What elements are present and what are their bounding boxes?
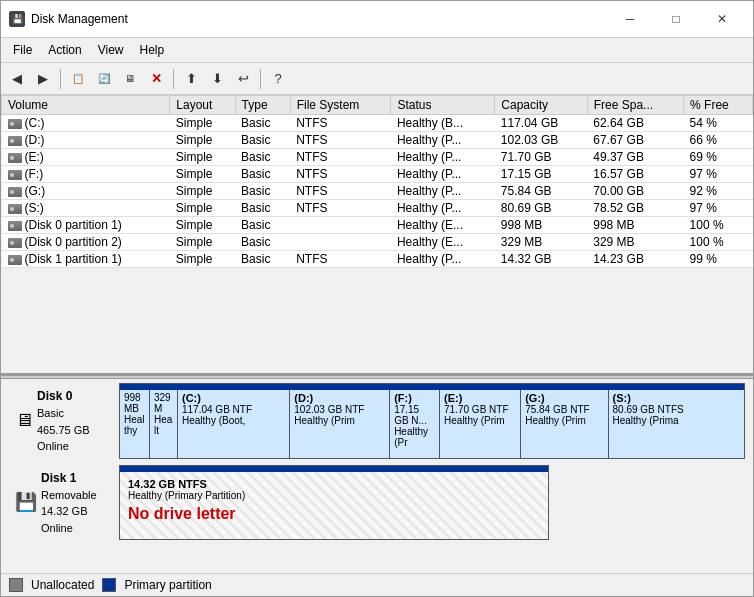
disk1-type: Removable bbox=[41, 487, 97, 504]
window-title: Disk Management bbox=[31, 12, 128, 26]
disk1-part1[interactable]: 14.32 GB NTFS Healthy (Primary Partition… bbox=[120, 472, 548, 540]
menu-file[interactable]: File bbox=[5, 40, 40, 60]
show-properties-button[interactable]: 📋 bbox=[66, 67, 90, 91]
disk0-status: Online bbox=[37, 438, 90, 455]
col-status[interactable]: Status bbox=[391, 96, 495, 115]
disk1-size-label: 14.32 GB NTFS bbox=[128, 478, 540, 490]
up-button[interactable]: ⬆ bbox=[179, 67, 203, 91]
main-content: Volume Layout Type File System Status Ca… bbox=[1, 95, 753, 596]
close-button[interactable]: ✕ bbox=[699, 7, 745, 31]
col-pctfree[interactable]: % Free bbox=[684, 96, 753, 115]
disk0-partD[interactable]: (D:) 102.03 GB NTF Healthy (Prim bbox=[290, 390, 390, 458]
disk-button[interactable]: 🖥 bbox=[118, 67, 142, 91]
table-row[interactable]: (E:) Simple Basic NTFS Healthy (P... 71.… bbox=[2, 149, 753, 166]
disk0-row: 🖥 Disk 0 Basic 465.75 GB Online bbox=[9, 383, 745, 459]
table-row[interactable]: (Disk 1 partition 1) Simple Basic NTFS H… bbox=[2, 251, 753, 268]
col-freespace[interactable]: Free Spa... bbox=[587, 96, 683, 115]
table-row[interactable]: (Disk 0 partition 2) Simple Basic Health… bbox=[2, 234, 753, 251]
legend-primary-box bbox=[102, 578, 116, 592]
help-icon-button[interactable]: ? bbox=[266, 67, 290, 91]
table-row[interactable]: (F:) Simple Basic NTFS Healthy (P... 17.… bbox=[2, 166, 753, 183]
disk0-partG[interactable]: (G:) 75.84 GB NTF Healthy (Prim bbox=[521, 390, 608, 458]
col-layout[interactable]: Layout bbox=[170, 96, 235, 115]
disk1-detail-label: Healthy (Primary Partition) bbox=[128, 490, 540, 501]
disk0-name: Disk 0 bbox=[37, 387, 90, 405]
volumes-table: Volume Layout Type File System Status Ca… bbox=[1, 95, 753, 268]
disk1-size: 14.32 GB bbox=[41, 503, 97, 520]
table-row[interactable]: (D:) Simple Basic NTFS Healthy (P... 102… bbox=[2, 132, 753, 149]
main-window: 💾 Disk Management ─ □ ✕ File Action View… bbox=[0, 0, 754, 597]
rescan-button[interactable]: 🔄 bbox=[92, 67, 116, 91]
disk0-type: Basic bbox=[37, 405, 90, 422]
col-capacity[interactable]: Capacity bbox=[495, 96, 587, 115]
disk0-partE[interactable]: (E:) 71.70 GB NTF Healthy (Prim bbox=[440, 390, 521, 458]
delete-button[interactable]: ✕ bbox=[144, 67, 168, 91]
maximize-button[interactable]: □ bbox=[653, 7, 699, 31]
undo-button[interactable]: ↩ bbox=[231, 67, 255, 91]
legend-primary-label: Primary partition bbox=[124, 578, 211, 592]
disk1-no-letter-label: No drive letter bbox=[128, 505, 540, 523]
down-button[interactable]: ⬇ bbox=[205, 67, 229, 91]
legend-unallocated-box bbox=[9, 578, 23, 592]
table-row[interactable]: (G:) Simple Basic NTFS Healthy (P... 75.… bbox=[2, 183, 753, 200]
col-filesystem[interactable]: File System bbox=[290, 96, 391, 115]
app-icon: 💾 bbox=[9, 11, 25, 27]
disk0-partC[interactable]: (C:) 117.04 GB NTF Healthy (Boot, bbox=[178, 390, 290, 458]
menu-view[interactable]: View bbox=[90, 40, 132, 60]
menu-help[interactable]: Help bbox=[132, 40, 173, 60]
disk1-status: Online bbox=[41, 520, 97, 537]
disk1-name: Disk 1 bbox=[41, 469, 97, 487]
disk1-label: 💾 Disk 1 Removable 14.32 GB Online bbox=[9, 465, 119, 541]
table-row[interactable]: (C:) Simple Basic NTFS Healthy (B... 117… bbox=[2, 115, 753, 132]
disk0-label: 🖥 Disk 0 Basic 465.75 GB Online bbox=[9, 383, 119, 459]
table-row[interactable]: (S:) Simple Basic NTFS Healthy (P... 80.… bbox=[2, 200, 753, 217]
disk0-part1[interactable]: 998 MB Healthy bbox=[120, 390, 150, 458]
disk1-row: 💾 Disk 1 Removable 14.32 GB Online 14.3 bbox=[9, 465, 745, 541]
window-controls: ─ □ ✕ bbox=[607, 7, 745, 31]
menu-bar: File Action View Help bbox=[1, 38, 753, 63]
disk0-partF[interactable]: (F:) 17.15 GB N... Healthy (Pr bbox=[390, 390, 440, 458]
col-type[interactable]: Type bbox=[235, 96, 290, 115]
disk0-size: 465.75 GB bbox=[37, 422, 90, 439]
col-volume[interactable]: Volume bbox=[2, 96, 170, 115]
menu-action[interactable]: Action bbox=[40, 40, 89, 60]
minimize-button[interactable]: ─ bbox=[607, 7, 653, 31]
disk-visual-area: 🖥 Disk 0 Basic 465.75 GB Online bbox=[1, 379, 753, 573]
toolbar: ◀ ▶ 📋 🔄 🖥 ✕ ⬆ ⬇ ↩ ? bbox=[1, 63, 753, 95]
forward-button[interactable]: ▶ bbox=[31, 67, 55, 91]
disk0-partS[interactable]: (S:) 80.69 GB NTFS Healthy (Prima bbox=[609, 390, 744, 458]
legend-unallocated-label: Unallocated bbox=[31, 578, 94, 592]
back-button[interactable]: ◀ bbox=[5, 67, 29, 91]
legend: Unallocated Primary partition bbox=[1, 573, 753, 596]
volumes-table-area: Volume Layout Type File System Status Ca… bbox=[1, 95, 753, 375]
disk0-part2[interactable]: 329 M Healt bbox=[150, 390, 178, 458]
table-row[interactable]: (Disk 0 partition 1) Simple Basic Health… bbox=[2, 217, 753, 234]
title-bar: 💾 Disk Management ─ □ ✕ bbox=[1, 1, 753, 38]
